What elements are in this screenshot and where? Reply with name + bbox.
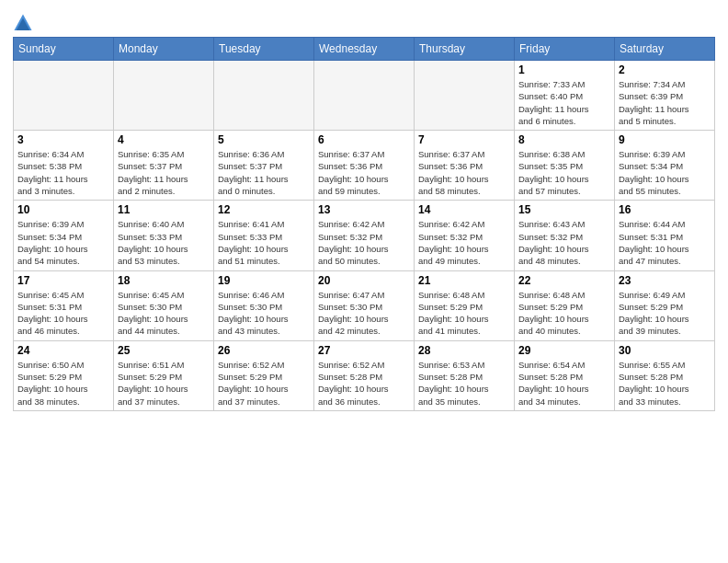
day-number: 5 <box>218 133 310 146</box>
calendar-cell: 19Sunrise: 6:46 AMSunset: 5:30 PMDayligh… <box>214 270 314 340</box>
day-number: 3 <box>17 133 109 146</box>
calendar-cell: 22Sunrise: 6:48 AMSunset: 5:29 PMDayligh… <box>515 270 615 340</box>
day-number: 20 <box>318 274 410 287</box>
weekday-header-saturday: Saturday <box>615 38 715 61</box>
day-number: 2 <box>619 63 711 76</box>
day-info: Sunrise: 6:54 AMSunset: 5:28 PMDaylight:… <box>518 359 610 408</box>
week-row-3: 10Sunrise: 6:39 AMSunset: 5:34 PMDayligh… <box>14 201 715 270</box>
day-info: Sunrise: 6:42 AMSunset: 5:32 PMDaylight:… <box>418 218 510 267</box>
weekday-header-wednesday: Wednesday <box>314 38 415 61</box>
calendar-cell <box>314 61 415 131</box>
day-info: Sunrise: 6:45 AMSunset: 5:30 PMDaylight:… <box>118 289 210 338</box>
week-row-5: 24Sunrise: 6:50 AMSunset: 5:29 PMDayligh… <box>14 340 715 410</box>
calendar: SundayMondayTuesdayWednesdayThursdayFrid… <box>13 37 715 411</box>
week-row-4: 17Sunrise: 6:45 AMSunset: 5:31 PMDayligh… <box>14 270 715 340</box>
day-info: Sunrise: 6:40 AMSunset: 5:33 PMDaylight:… <box>118 218 210 267</box>
day-number: 1 <box>518 63 610 76</box>
day-number: 24 <box>17 344 109 357</box>
calendar-cell: 15Sunrise: 6:43 AMSunset: 5:32 PMDayligh… <box>515 201 615 270</box>
day-number: 25 <box>118 344 210 357</box>
calendar-cell: 17Sunrise: 6:45 AMSunset: 5:31 PMDayligh… <box>14 270 114 340</box>
day-number: 14 <box>418 203 510 216</box>
day-info: Sunrise: 6:48 AMSunset: 5:29 PMDaylight:… <box>518 289 610 338</box>
day-number: 23 <box>619 274 711 287</box>
logo-icon <box>13 13 33 33</box>
calendar-cell: 30Sunrise: 6:55 AMSunset: 5:28 PMDayligh… <box>615 340 715 410</box>
day-info: Sunrise: 6:50 AMSunset: 5:29 PMDaylight:… <box>17 359 109 408</box>
day-info: Sunrise: 6:48 AMSunset: 5:29 PMDaylight:… <box>418 289 510 338</box>
day-number: 28 <box>418 344 510 357</box>
day-number: 12 <box>218 203 310 216</box>
day-info: Sunrise: 6:45 AMSunset: 5:31 PMDaylight:… <box>17 289 109 338</box>
calendar-cell: 3Sunrise: 6:34 AMSunset: 5:38 PMDaylight… <box>14 131 114 201</box>
weekday-header-monday: Monday <box>114 38 214 61</box>
day-number: 18 <box>118 274 210 287</box>
calendar-cell: 29Sunrise: 6:54 AMSunset: 5:28 PMDayligh… <box>515 340 615 410</box>
day-number: 11 <box>118 203 210 216</box>
week-row-1: 1Sunrise: 7:33 AMSunset: 6:40 PMDaylight… <box>14 61 715 131</box>
calendar-cell <box>214 61 314 131</box>
day-number: 13 <box>318 203 410 216</box>
day-info: Sunrise: 6:46 AMSunset: 5:30 PMDaylight:… <box>218 289 310 338</box>
day-info: Sunrise: 6:49 AMSunset: 5:29 PMDaylight:… <box>619 289 711 338</box>
day-info: Sunrise: 6:41 AMSunset: 5:33 PMDaylight:… <box>218 218 310 267</box>
day-info: Sunrise: 7:34 AMSunset: 6:39 PMDaylight:… <box>619 78 711 127</box>
day-info: Sunrise: 6:39 AMSunset: 5:34 PMDaylight:… <box>17 218 109 267</box>
calendar-cell: 5Sunrise: 6:36 AMSunset: 5:37 PMDaylight… <box>214 131 314 201</box>
header <box>13 9 715 33</box>
day-number: 27 <box>318 344 410 357</box>
day-info: Sunrise: 6:52 AMSunset: 5:29 PMDaylight:… <box>218 359 310 408</box>
week-row-2: 3Sunrise: 6:34 AMSunset: 5:38 PMDaylight… <box>14 131 715 201</box>
day-number: 21 <box>418 274 510 287</box>
calendar-cell: 27Sunrise: 6:52 AMSunset: 5:28 PMDayligh… <box>314 340 415 410</box>
day-info: Sunrise: 6:37 AMSunset: 5:36 PMDaylight:… <box>318 148 410 197</box>
weekday-header-thursday: Thursday <box>415 38 515 61</box>
weekday-header-friday: Friday <box>515 38 615 61</box>
weekday-header-row: SundayMondayTuesdayWednesdayThursdayFrid… <box>14 38 715 61</box>
day-number: 9 <box>619 133 711 146</box>
day-info: Sunrise: 6:53 AMSunset: 5:28 PMDaylight:… <box>418 359 510 408</box>
calendar-cell: 20Sunrise: 6:47 AMSunset: 5:30 PMDayligh… <box>314 270 415 340</box>
day-number: 6 <box>318 133 410 146</box>
day-info: Sunrise: 6:55 AMSunset: 5:28 PMDaylight:… <box>619 359 711 408</box>
calendar-cell: 16Sunrise: 6:44 AMSunset: 5:31 PMDayligh… <box>615 201 715 270</box>
day-number: 17 <box>17 274 109 287</box>
day-info: Sunrise: 6:51 AMSunset: 5:29 PMDaylight:… <box>118 359 210 408</box>
calendar-cell: 1Sunrise: 7:33 AMSunset: 6:40 PMDaylight… <box>515 61 615 131</box>
day-info: Sunrise: 6:37 AMSunset: 5:36 PMDaylight:… <box>418 148 510 197</box>
day-info: Sunrise: 6:35 AMSunset: 5:37 PMDaylight:… <box>118 148 210 197</box>
page: SundayMondayTuesdayWednesdayThursdayFrid… <box>0 0 728 419</box>
calendar-cell: 4Sunrise: 6:35 AMSunset: 5:37 PMDaylight… <box>114 131 214 201</box>
day-info: Sunrise: 6:39 AMSunset: 5:34 PMDaylight:… <box>619 148 711 197</box>
day-number: 16 <box>619 203 711 216</box>
calendar-cell: 11Sunrise: 6:40 AMSunset: 5:33 PMDayligh… <box>114 201 214 270</box>
day-info: Sunrise: 6:47 AMSunset: 5:30 PMDaylight:… <box>318 289 410 338</box>
calendar-cell: 7Sunrise: 6:37 AMSunset: 5:36 PMDaylight… <box>415 131 515 201</box>
day-number: 15 <box>518 203 610 216</box>
day-number: 10 <box>17 203 109 216</box>
calendar-cell: 25Sunrise: 6:51 AMSunset: 5:29 PMDayligh… <box>114 340 214 410</box>
day-number: 8 <box>518 133 610 146</box>
day-info: Sunrise: 6:44 AMSunset: 5:31 PMDaylight:… <box>619 218 711 267</box>
day-number: 22 <box>518 274 610 287</box>
calendar-cell: 6Sunrise: 6:37 AMSunset: 5:36 PMDaylight… <box>314 131 415 201</box>
calendar-cell: 28Sunrise: 6:53 AMSunset: 5:28 PMDayligh… <box>415 340 515 410</box>
day-info: Sunrise: 7:33 AMSunset: 6:40 PMDaylight:… <box>518 78 610 127</box>
calendar-cell: 24Sunrise: 6:50 AMSunset: 5:29 PMDayligh… <box>14 340 114 410</box>
calendar-cell: 26Sunrise: 6:52 AMSunset: 5:29 PMDayligh… <box>214 340 314 410</box>
calendar-cell <box>415 61 515 131</box>
calendar-cell <box>114 61 214 131</box>
day-number: 30 <box>619 344 711 357</box>
calendar-cell: 10Sunrise: 6:39 AMSunset: 5:34 PMDayligh… <box>14 201 114 270</box>
day-info: Sunrise: 6:43 AMSunset: 5:32 PMDaylight:… <box>518 218 610 267</box>
calendar-cell: 8Sunrise: 6:38 AMSunset: 5:35 PMDaylight… <box>515 131 615 201</box>
day-number: 26 <box>218 344 310 357</box>
calendar-cell: 12Sunrise: 6:41 AMSunset: 5:33 PMDayligh… <box>214 201 314 270</box>
calendar-cell: 23Sunrise: 6:49 AMSunset: 5:29 PMDayligh… <box>615 270 715 340</box>
calendar-cell: 14Sunrise: 6:42 AMSunset: 5:32 PMDayligh… <box>415 201 515 270</box>
day-info: Sunrise: 6:34 AMSunset: 5:38 PMDaylight:… <box>17 148 109 197</box>
calendar-cell: 2Sunrise: 7:34 AMSunset: 6:39 PMDaylight… <box>615 61 715 131</box>
day-number: 19 <box>218 274 310 287</box>
logo <box>13 13 35 33</box>
calendar-cell: 18Sunrise: 6:45 AMSunset: 5:30 PMDayligh… <box>114 270 214 340</box>
